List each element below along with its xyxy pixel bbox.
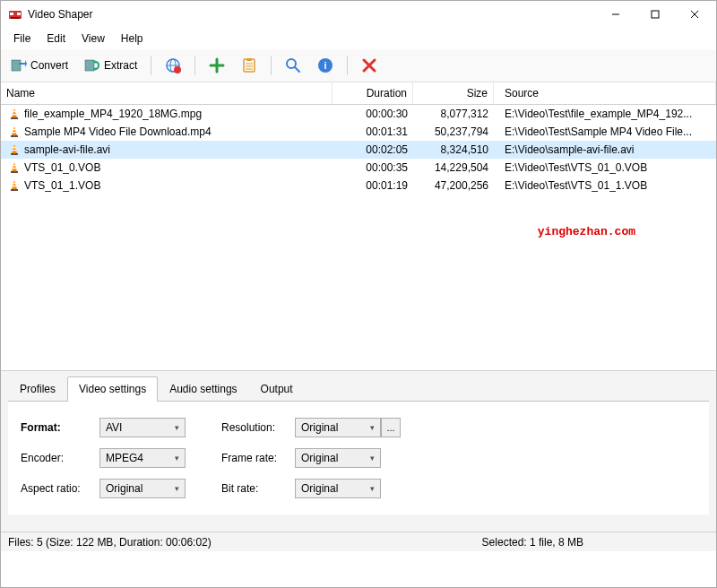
extract-label: Extract [104,59,137,72]
video-file-icon [8,108,21,120]
window-controls [596,2,714,27]
resolution-more-button[interactable]: ... [381,418,401,437]
file-list-header: Name Duration Size Source [1,82,716,105]
search-button[interactable] [279,53,307,78]
svg-rect-5 [652,11,659,18]
clipboard-icon [241,57,257,74]
file-source: E:\Video\sample-avi-file.avi [494,142,716,158]
file-size: 8,077,312 [413,106,494,122]
video-file-icon [8,143,21,156]
svg-rect-38 [13,183,15,184]
svg-rect-16 [244,59,255,72]
convert-button[interactable]: Convert [4,53,74,78]
window-title: Video Shaper [28,8,596,21]
column-size[interactable]: Size [413,82,494,104]
file-duration: 00:02:05 [333,142,413,158]
file-list[interactable]: yinghezhan.com file_example_MP4_1920_18M… [1,105,716,370]
svg-rect-39 [13,186,17,186]
resolution-select[interactable]: Original▾ [295,418,381,437]
tab-output[interactable]: Output [249,376,305,401]
file-row[interactable]: VTS_01_1.VOB00:01:1947,200,256E:\Video\T… [1,177,716,195]
file-row[interactable]: Sample MP4 Video File Download.mp400:01:… [1,123,716,141]
menu-edit[interactable]: Edit [39,30,73,48]
format-select[interactable]: AVI▾ [99,418,186,437]
tab-video-settings[interactable]: Video settings [67,376,158,402]
extract-icon [84,57,100,74]
svg-rect-29 [13,129,15,130]
tab-profiles[interactable]: Profiles [8,376,67,401]
watermark-text: yinghezhan.com [538,225,635,238]
file-duration: 00:00:30 [333,106,413,122]
aspect-label: Aspect ratio: [21,482,99,495]
info-button[interactable]: i [311,53,340,78]
svg-rect-34 [11,171,18,173]
framerate-label: Frame rate: [221,452,295,464]
video-file-icon [8,161,21,174]
plus-icon [209,57,225,74]
svg-point-15 [174,66,181,74]
framerate-select[interactable]: Original▾ [295,448,381,468]
remove-button[interactable] [355,53,384,78]
status-selection-summary: Selected: 1 file, 8 MB [482,536,583,549]
svg-line-22 [295,67,299,72]
add-button[interactable] [203,53,231,78]
svg-rect-28 [11,135,18,137]
svg-rect-2 [17,13,21,15]
svg-rect-30 [13,132,17,133]
status-bar: Files: 5 (Size: 122 MB, Duration: 00:06:… [1,532,716,551]
info-icon: i [317,57,333,74]
svg-rect-35 [13,165,15,166]
video-settings-body: Format: AVI▾ Resolution: Original▾ ... E… [8,401,709,514]
convert-icon [11,57,27,74]
menu-view[interactable]: View [74,30,112,48]
close-icon [361,57,377,74]
minimize-button[interactable] [596,2,635,27]
file-source: E:\Video\Test\VTS_01_1.VOB [494,177,716,194]
file-name: file_example_MP4_1920_18MG.mpg [24,108,202,120]
file-name: Sample MP4 Video File Download.mp4 [24,125,212,138]
file-source: E:\Video\Test\file_example_MP4_192... [494,106,716,122]
column-name[interactable]: Name [1,82,333,104]
file-source: E:\Video\Test\Sample MP4 Video File... [494,124,716,140]
toolbar: Convert Extract i [1,49,716,82]
format-label: Format: [21,421,99,434]
toolbar-separator [271,56,272,75]
toolbar-separator [194,56,195,75]
aspect-select[interactable]: Original▾ [99,479,186,498]
chevron-down-icon: ▾ [370,423,375,432]
file-row[interactable]: file_example_MP4_1920_18MG.mpg00:00:308,… [1,105,716,123]
resolution-label: Resolution: [221,421,295,434]
menu-help[interactable]: Help [114,30,151,48]
tab-strip: Profiles Video settings Audio settings O… [1,371,716,401]
encoder-select[interactable]: MPEG4▾ [99,448,186,468]
svg-rect-17 [246,58,252,61]
column-source[interactable]: Source [494,82,716,104]
chevron-down-icon: ▾ [175,454,179,463]
file-name: sample-avi-file.avi [24,143,110,156]
search-icon [285,57,301,74]
svg-rect-1 [10,13,13,15]
file-row[interactable]: sample-avi-file.avi00:02:058,324,510E:\V… [1,141,716,159]
extract-button[interactable]: Extract [78,53,143,78]
titlebar: Video Shaper [1,1,716,28]
file-row[interactable]: VTS_01_0.VOB00:00:3514,229,504E:\Video\T… [1,159,716,177]
convert-label: Convert [30,59,68,72]
svg-point-10 [93,60,96,63]
maximize-button[interactable] [635,2,675,27]
close-button[interactable] [675,2,714,27]
paste-button[interactable] [235,53,263,78]
download-button[interactable] [159,53,187,78]
svg-rect-36 [13,168,17,169]
app-icon [8,7,22,22]
video-file-icon [8,179,21,192]
chevron-down-icon: ▾ [175,423,179,432]
menu-file[interactable]: File [6,30,38,48]
column-duration[interactable]: Duration [333,82,413,104]
toolbar-separator [151,56,151,75]
bitrate-select[interactable]: Original▾ [295,479,381,498]
tab-audio-settings[interactable]: Audio settings [158,376,248,401]
menubar: File Edit View Help [1,28,716,49]
svg-rect-37 [11,189,18,191]
chevron-down-icon: ▾ [175,484,179,493]
svg-rect-25 [11,117,18,119]
